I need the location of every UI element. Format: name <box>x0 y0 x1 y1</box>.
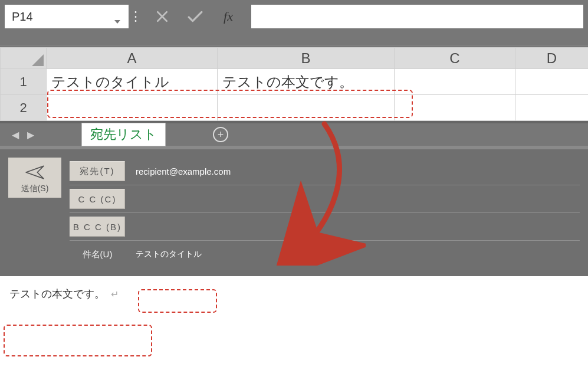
confirm-icon[interactable] <box>188 9 203 24</box>
cell-d1[interactable] <box>515 69 589 95</box>
subject-row: 件名(U) テストのタイトル <box>70 241 580 268</box>
send-label: 送信(S) <box>11 184 59 194</box>
select-all-corner[interactable] <box>1 48 47 69</box>
to-button[interactable]: 宛先(T) <box>70 161 125 181</box>
subject-value[interactable]: テストのタイトル <box>136 249 202 260</box>
formula-bar-buttons: fx <box>144 9 247 24</box>
formula-bar-separator-icon: ⋮ <box>133 5 139 28</box>
prev-sheet-icon[interactable]: ◀ <box>12 129 19 140</box>
toolbar-gap <box>0 33 588 45</box>
return-glyph-icon: ↵ <box>111 289 119 299</box>
cell-d2[interactable] <box>515 95 589 121</box>
column-header-b[interactable]: B <box>218 48 395 69</box>
bcc-button[interactable]: B C C (B) <box>70 217 125 237</box>
cell-a1[interactable]: テストのタイトル <box>47 69 218 95</box>
cc-row: C C (C) <box>70 185 580 213</box>
table-row: 2 <box>1 95 589 121</box>
row-header-1[interactable]: 1 <box>1 69 47 95</box>
to-value[interactable]: recipient@example.com <box>136 166 231 176</box>
name-box-dropdown-icon[interactable] <box>114 13 121 20</box>
subject-label: 件名(U) <box>70 249 125 260</box>
mail-body[interactable]: テストの本文です。 ↵ <box>0 276 588 333</box>
mail-body-text: テストの本文です。 <box>9 288 105 300</box>
spreadsheet-grid[interactable]: A B C D 1 テストのタイトル テストの本文です。 2 <box>0 47 588 121</box>
cell-a2[interactable] <box>47 95 218 121</box>
send-button[interactable]: 送信(S) <box>8 158 61 198</box>
row-header-2[interactable]: 2 <box>1 95 47 121</box>
cell-b2[interactable] <box>218 95 395 121</box>
cc-button[interactable]: C C (C) <box>70 189 125 209</box>
formula-input[interactable] <box>251 5 583 28</box>
cell-c2[interactable] <box>395 95 515 121</box>
sheet-tabs-bar: ◀ ▶ 宛先リスト + <box>0 121 588 146</box>
mail-fields: 宛先(T) recipient@example.com C C (C) B C … <box>70 158 580 268</box>
mail-compose-region: 送信(S) 宛先(T) recipient@example.com C C (C… <box>0 146 588 276</box>
add-sheet-icon[interactable]: + <box>213 127 228 142</box>
next-sheet-icon[interactable]: ▶ <box>27 129 34 140</box>
spreadsheet-region: P14 ⋮ fx A B <box>0 0 588 146</box>
name-box-value: P14 <box>12 10 33 24</box>
send-icon <box>11 163 59 181</box>
cancel-icon[interactable] <box>155 9 170 24</box>
fx-icon[interactable]: fx <box>221 9 236 24</box>
to-row: 宛先(T) recipient@example.com <box>70 158 580 185</box>
bcc-row: B C C (B) <box>70 213 580 241</box>
cell-c1[interactable] <box>395 69 515 95</box>
name-box[interactable]: P14 <box>5 5 129 28</box>
table-row: 1 テストのタイトル テストの本文です。 <box>1 69 589 95</box>
column-header-d[interactable]: D <box>515 48 589 69</box>
formula-bar: P14 ⋮ fx <box>0 0 588 33</box>
column-header-c[interactable]: C <box>395 48 515 69</box>
sheet-tab-active[interactable]: 宛先リスト <box>81 123 166 146</box>
sheet-nav-arrows: ◀ ▶ <box>12 129 34 140</box>
cell-b1[interactable]: テストの本文です。 <box>218 69 395 95</box>
column-header-a[interactable]: A <box>47 48 218 69</box>
